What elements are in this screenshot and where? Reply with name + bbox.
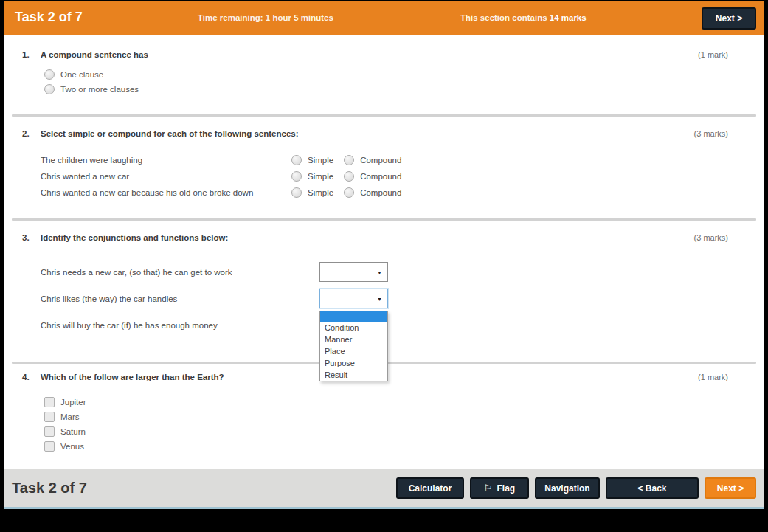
simple-choice[interactable]: Simple <box>291 155 333 165</box>
q1-option-one-clause[interactable]: One clause <box>44 67 139 82</box>
choice-label: Compound <box>360 156 401 165</box>
top-header: Task 2 of 7 Time remaining: 1 hour 5 min… <box>4 1 764 35</box>
calculator-button[interactable]: Calculator <box>396 477 464 499</box>
radio-icon[interactable] <box>344 187 354 198</box>
compound-choice[interactable]: Compound <box>344 155 401 165</box>
q2-row-2-choices: Simple Compound <box>291 171 401 182</box>
checkbox-icon[interactable] <box>44 397 55 407</box>
option-label: Mars <box>60 412 80 421</box>
checkbox-icon[interactable] <box>44 441 55 452</box>
flag-button[interactable]: ⚐Flag <box>470 477 529 499</box>
option-label: Venus <box>60 442 84 451</box>
navigation-button[interactable]: Navigation <box>535 477 600 499</box>
exam-frame: Task 2 of 7 Time remaining: 1 hour 5 min… <box>4 1 764 509</box>
q3-row-1: Chris needs a new car, (so that) he can … <box>4 259 764 286</box>
question-area: 1. A compound sentence has (1 mark) One … <box>4 35 764 469</box>
question-1: 1. A compound sentence has (1 mark) One … <box>4 35 764 114</box>
radio-icon[interactable] <box>44 69 55 80</box>
dropdown-option[interactable]: Purpose <box>320 357 387 369</box>
bottom-toolbar: Task 2 of 7 Calculator ⚐Flag Navigation … <box>4 469 764 507</box>
radio-icon[interactable] <box>291 171 302 182</box>
choice-label: Compound <box>360 188 401 197</box>
q3-row-2: Chris likes (the way) the car handles ▼ … <box>4 286 764 312</box>
sentence-text: Chris needs a new car, (so that) he can … <box>4 268 232 277</box>
task-title: Task 2 of 7 <box>15 10 83 25</box>
flag-icon: ⚐ <box>484 483 493 493</box>
q2-row-3: Chris wanted a new car because his old o… <box>4 184 764 201</box>
choice-label: Simple <box>308 172 333 181</box>
sentence-text: The children were laughing <box>4 156 142 165</box>
next-button-bottom[interactable]: Next > <box>705 477 756 499</box>
choice-label: Simple <box>308 156 333 165</box>
app-window: Task 2 of 7 Time remaining: 1 hour 5 min… <box>0 0 768 532</box>
dropdown-option[interactable]: Place <box>320 345 387 357</box>
footer-accent-line <box>4 507 764 509</box>
q4-option-saturn[interactable]: Saturn <box>44 424 86 439</box>
question-text: Which of the follow are larger than the … <box>41 373 224 381</box>
choice-label: Simple <box>308 188 333 197</box>
sentence-text: Chris wanted a new car <box>4 172 129 181</box>
radio-icon[interactable] <box>291 155 302 165</box>
q3-row-2-select-wrap: ▼ Condition Manner Place Purpose Result <box>319 289 388 308</box>
sentence-text: Chris wanted a new car because his old o… <box>4 188 253 197</box>
flag-button-label: Flag <box>497 483 515 494</box>
question-number: 1. <box>22 50 30 59</box>
q2-row-1-choices: Simple Compound <box>291 155 401 165</box>
radio-icon[interactable] <box>44 84 55 94</box>
section-marks-count: 14 marks <box>550 13 587 22</box>
radio-icon[interactable] <box>344 155 354 165</box>
option-label: One clause <box>60 70 103 79</box>
question-number: 4. <box>22 373 30 381</box>
q3-rows: Chris needs a new car, (so that) he can … <box>4 259 764 339</box>
choice-label: Compound <box>360 172 401 181</box>
simple-choice[interactable]: Simple <box>291 187 333 198</box>
q1-options: One clause Two or more clauses <box>44 67 139 97</box>
option-label: Jupiter <box>60 398 86 407</box>
compound-choice[interactable]: Compound <box>344 171 401 182</box>
question-3: 3. Identify the conjunctions and functio… <box>4 221 764 362</box>
q3-row-1-select-wrap: ▼ <box>319 262 388 282</box>
function-dropdown-open[interactable]: ▼ <box>319 289 388 308</box>
section-marks: This section contains 14 marks <box>460 13 587 22</box>
q2-rows: The children were laughing Simple Compou… <box>4 152 764 201</box>
chevron-down-icon: ▼ <box>377 269 382 274</box>
next-button-top[interactable]: Next > <box>702 7 756 30</box>
checkbox-icon[interactable] <box>44 426 55 437</box>
back-button[interactable]: < Back <box>606 477 699 499</box>
question-text: Select simple or compound for each of th… <box>41 129 299 138</box>
option-label: Saturn <box>60 427 86 436</box>
dropdown-option-blank-highlighted[interactable] <box>320 311 387 322</box>
footer-task-title: Task 2 of 7 <box>12 480 87 497</box>
q1-option-two-or-more[interactable]: Two or more clauses <box>44 82 139 97</box>
question-marks: (3 marks) <box>694 129 728 138</box>
section-marks-prefix: This section contains <box>460 13 550 22</box>
question-text: A compound sentence has <box>41 50 148 59</box>
question-number: 3. <box>22 233 30 242</box>
q2-row-2: Chris wanted a new car Simple Compound <box>4 168 764 184</box>
dropdown-option[interactable]: Result <box>320 369 387 381</box>
q2-row-1: The children were laughing Simple Compou… <box>4 152 764 168</box>
radio-icon[interactable] <box>344 171 354 182</box>
dropdown-option[interactable]: Condition <box>320 322 387 334</box>
question-marks: (1 mark) <box>698 373 728 381</box>
q4-options: Jupiter Mars Saturn Venus <box>44 395 86 454</box>
checkbox-icon[interactable] <box>44 412 55 422</box>
dropdown-option[interactable]: Manner <box>320 334 387 345</box>
time-remaining: Time remaining: 1 hour 5 minutes <box>198 13 333 22</box>
compound-choice[interactable]: Compound <box>344 187 401 198</box>
dropdown-option-list: Condition Manner Place Purpose Result <box>319 311 388 381</box>
radio-icon[interactable] <box>291 187 302 198</box>
q4-option-venus[interactable]: Venus <box>44 439 86 454</box>
sentence-text: Chris will buy the car (if) he has enoug… <box>4 321 218 330</box>
simple-choice[interactable]: Simple <box>291 171 333 182</box>
function-dropdown[interactable]: ▼ <box>319 262 388 282</box>
sentence-text: Chris likes (the way) the car handles <box>4 294 177 303</box>
q4-option-jupiter[interactable]: Jupiter <box>44 395 86 410</box>
q2-row-3-choices: Simple Compound <box>291 187 401 198</box>
chevron-down-icon: ▼ <box>377 296 382 301</box>
footer-buttons: Calculator ⚐Flag Navigation < Back Next … <box>396 477 756 499</box>
question-number: 2. <box>22 129 30 138</box>
question-marks: (3 marks) <box>694 233 728 242</box>
q4-option-mars[interactable]: Mars <box>44 410 86 424</box>
question-text: Identify the conjunctions and functions … <box>41 233 228 242</box>
